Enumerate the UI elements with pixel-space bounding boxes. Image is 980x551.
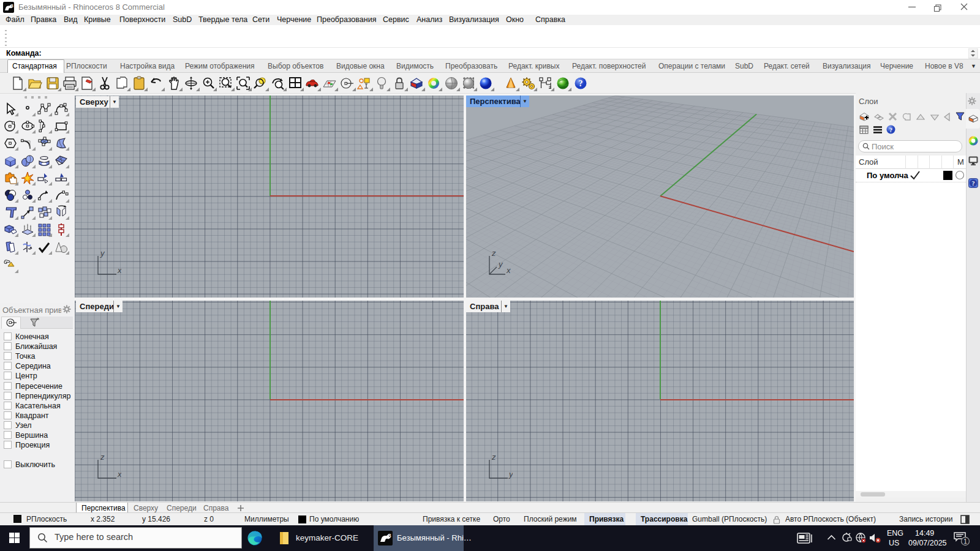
svg-text:z: z — [491, 454, 496, 462]
svg-text:x: x — [117, 470, 121, 479]
svg-text:?: ? — [889, 127, 892, 133]
svg-text:z: z — [491, 250, 496, 258]
svg-text:8: 8 — [388, 533, 391, 539]
svg-text:1: 1 — [963, 538, 967, 545]
svg-text:z: z — [100, 454, 105, 462]
svg-text:8: 8 — [11, 3, 13, 9]
svg-text:x: x — [506, 266, 511, 275]
svg-text:?: ? — [972, 180, 975, 187]
svg-text:y: y — [498, 260, 503, 269]
svg-text:y: y — [100, 250, 105, 258]
svg-text:x: x — [117, 266, 121, 275]
svg-text:?: ? — [578, 79, 582, 88]
svg-text:y: y — [508, 470, 513, 479]
